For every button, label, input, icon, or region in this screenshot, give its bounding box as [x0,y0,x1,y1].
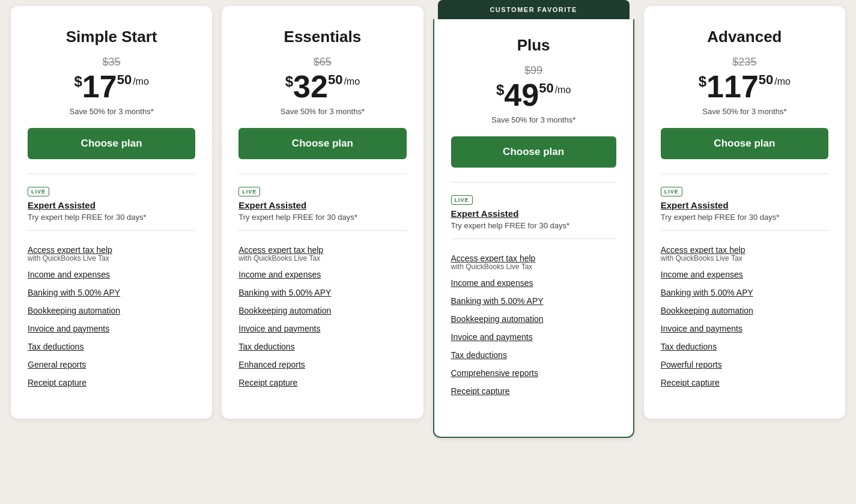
feature-link-plus-3[interactable]: Bookkeeping automation [451,311,616,327]
feature-link-plus-1[interactable]: Income and expenses [451,275,616,291]
price-section-plus: $99 $ 49 50 /mo [451,64,616,111]
currency-symbol-simple-start: $ [74,74,82,89]
feature-item-essentials-7: Receipt capture [238,374,406,391]
feature-link-simple-start-4[interactable]: Invoice and payments [28,320,195,337]
feature-item-plus-0: Access expert tax help with QuickBooks L… [451,250,616,272]
feature-link-advanced-1[interactable]: Income and expenses [661,266,828,283]
feature-item-plus-7: Receipt capture [451,383,616,399]
live-badge-plus: LIVE [451,195,473,205]
currency-symbol-essentials: $ [285,74,293,89]
feature-link-essentials-5[interactable]: Tax deductions [238,338,406,355]
feature-link-plus-7[interactable]: Receipt capture [451,383,616,399]
price-period-plus: /mo [555,85,571,95]
feature-item-simple-start-0: Access expert tax help with QuickBooks L… [28,241,195,264]
feature-link-simple-start-7[interactable]: Receipt capture [28,374,195,391]
customer-favorite-badge: CUSTOMER FAVORITE [438,0,630,19]
feature-item-essentials-6: Enhanced reports [238,356,406,373]
feature-link-advanced-6[interactable]: Powerful reports [661,356,828,373]
feature-link-advanced-5[interactable]: Tax deductions [661,338,828,355]
divider-advanced [661,174,828,174]
feature-item-simple-start-3: Bookkeeping automation [28,302,195,319]
price-main-advanced: 117 [706,71,759,102]
feature-item-simple-start-2: Banking with 5.00% APY [28,284,195,301]
plan-name-advanced: Advanced [661,28,828,46]
feature-link-essentials-6[interactable]: Enhanced reports [238,356,406,373]
feature-item-advanced-7: Receipt capture [661,374,828,391]
pricing-container: Simple Start $35 $ 17 50 /mo Save 50% fo… [0,0,856,425]
current-price-plus: $ 49 50 /mo [451,79,616,111]
currency-symbol-plus: $ [496,83,504,97]
divider-plus [451,182,616,183]
expert-sub-plus: Try expert help FREE for 30 days* [451,221,616,230]
feature-link-plus-2[interactable]: Banking with 5.00% APY [451,293,616,309]
feature-item-plus-5: Tax deductions [451,347,616,363]
feature-link-simple-start-5[interactable]: Tax deductions [28,338,195,355]
price-period-essentials: /mo [344,77,360,87]
choose-plan-button-essentials[interactable]: Choose plan [238,128,406,159]
feature-item-essentials-1: Income and expenses [238,266,406,283]
choose-plan-button-advanced[interactable]: Choose plan [661,128,828,159]
divider2-plus [451,238,616,239]
feature-link-essentials-1[interactable]: Income and expenses [238,266,406,283]
feature-link-essentials-3[interactable]: Bookkeeping automation [238,302,406,319]
divider-essentials [238,174,406,174]
feature-link-essentials-7[interactable]: Receipt capture [238,374,406,391]
choose-plan-button-simple-start[interactable]: Choose plan [28,128,195,159]
price-decimal-advanced: 50 [759,73,773,87]
plan-name-essentials: Essentials [238,28,406,46]
current-price-essentials: $ 32 50 /mo [238,71,406,102]
feature-link-essentials-2[interactable]: Banking with 5.00% APY [238,284,406,301]
expert-title-simple-start[interactable]: Expert Assisted [28,200,195,210]
price-section-essentials: $65 $ 32 50 /mo [238,56,406,102]
choose-plan-button-plus[interactable]: Choose plan [451,136,616,168]
current-price-simple-start: $ 17 50 /mo [28,71,195,102]
feature-item-plus-6: Comprehensive reports [451,365,616,381]
expert-title-plus[interactable]: Expert Assisted [451,208,616,219]
plan-wrapper-advanced: Advanced $235 $ 117 50 /mo Save 50% for … [639,0,850,425]
feature-link-advanced-2[interactable]: Banking with 5.00% APY [661,284,828,301]
plan-wrapper-plus: CUSTOMER FAVORITE Plus $99 $ 49 50 /mo S… [428,0,639,425]
price-section-simple-start: $35 $ 17 50 /mo [28,56,195,102]
feature-link-advanced-4[interactable]: Invoice and payments [661,320,828,337]
feature-item-plus-2: Banking with 5.00% APY [451,293,616,309]
divider2-simple-start [28,230,195,231]
feature-link-simple-start-3[interactable]: Bookkeeping automation [28,302,195,319]
feature-item-plus-3: Bookkeeping automation [451,311,616,327]
divider2-advanced [661,230,828,231]
feature-link-plus-6[interactable]: Comprehensive reports [451,365,616,381]
feature-link-essentials-4[interactable]: Invoice and payments [238,320,406,337]
live-badge-simple-start: LIVE [28,187,49,196]
feature-item-simple-start-7: Receipt capture [28,374,195,391]
save-text-plus: Save 50% for 3 months* [451,115,616,124]
price-decimal-simple-start: 50 [117,73,132,87]
live-badge-advanced: LIVE [661,187,682,196]
feature-link-plus-4[interactable]: Invoice and payments [451,329,616,345]
expert-title-advanced[interactable]: Expert Assisted [661,200,828,210]
feature-link-simple-start-2[interactable]: Banking with 5.00% APY [28,284,195,301]
feature-item-plus-1: Income and expenses [451,275,616,291]
feature-link-simple-start-6[interactable]: General reports [28,356,195,373]
expert-sub-essentials: Try expert help FREE for 30 days* [238,213,406,222]
price-main-essentials: 32 [293,71,328,102]
expert-sub-simple-start: Try expert help FREE for 30 days* [28,213,195,222]
plan-name-plus: Plus [451,36,616,55]
feature-item-advanced-6: Powerful reports [661,356,828,373]
feature-item-advanced-3: Bookkeeping automation [661,302,828,319]
feature-link-plus-5[interactable]: Tax deductions [451,347,616,363]
feature-link-simple-start-1[interactable]: Income and expenses [28,266,195,283]
feature-link-advanced-3[interactable]: Bookkeeping automation [661,302,828,319]
plan-card-simple-start: Simple Start $35 $ 17 50 /mo Save 50% fo… [11,6,212,419]
feature-item-advanced-0: Access expert tax help with QuickBooks L… [661,241,828,264]
original-price-advanced: $235 [661,56,828,68]
feature-link-advanced-7[interactable]: Receipt capture [661,374,828,391]
save-text-simple-start: Save 50% for 3 months* [28,107,195,116]
price-section-advanced: $235 $ 117 50 /mo [661,56,828,102]
expert-title-essentials[interactable]: Expert Assisted [238,200,406,210]
feature-item-essentials-3: Bookkeeping automation [238,302,406,319]
feature-item-essentials-5: Tax deductions [238,338,406,355]
original-price-essentials: $65 [238,56,406,68]
price-period-simple-start: /mo [133,77,149,87]
price-decimal-plus: 50 [539,82,553,95]
save-text-advanced: Save 50% for 3 months* [661,107,828,116]
divider-simple-start [28,174,195,174]
